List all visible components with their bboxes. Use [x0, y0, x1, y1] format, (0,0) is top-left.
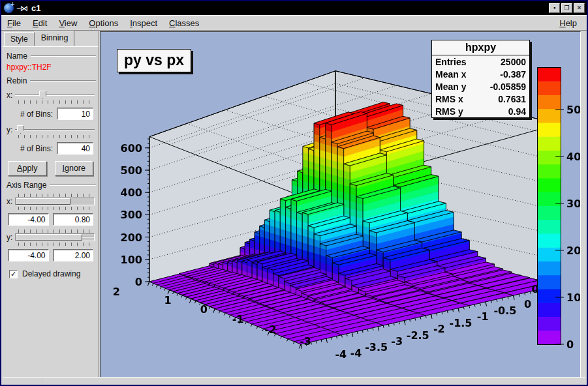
- title-bar[interactable]: −⋈ c1 ▪ ❐ ✕: [1, 1, 587, 15]
- menu-edit[interactable]: Edit: [27, 16, 53, 30]
- stats-title: hpxpy: [432, 40, 529, 55]
- histogram-name-value: hpxpy::TH2F: [7, 63, 95, 72]
- axis-x-range-slider[interactable]: [15, 198, 95, 205]
- tab-style[interactable]: Style: [4, 32, 35, 46]
- name-label: Name: [7, 52, 27, 61]
- stats-label: RMS x: [435, 94, 463, 104]
- axis-y-range-slider[interactable]: [15, 233, 95, 241]
- editor-tabs: Style Binning: [3, 31, 99, 47]
- rebin-section-header: Rebin: [7, 76, 96, 85]
- axis-x-label: x:: [7, 197, 12, 206]
- menu-bar: File Edit View Options Inspect Classes H…: [1, 15, 587, 31]
- stats-value: 0.94: [508, 106, 526, 117]
- status-strip: [3, 377, 585, 383]
- rebin-x-bins-input[interactable]: [57, 108, 93, 120]
- stats-label: Mean x: [435, 69, 466, 80]
- rebin-y-ruler: [18, 135, 95, 138]
- stats-value: -0.387: [500, 69, 526, 80]
- axis-x-max-input[interactable]: [53, 213, 94, 226]
- rebin-x-bins-label: # of Bins:: [20, 110, 53, 119]
- axis-y-max-input[interactable]: [53, 249, 94, 261]
- apply-button[interactable]: Apply: [8, 161, 47, 176]
- axis-y-min-input[interactable]: [8, 249, 49, 261]
- plot-title-box[interactable]: py vs px: [117, 49, 191, 72]
- rebin-x-slider[interactable]: [15, 91, 95, 100]
- axis-y-label: y:: [7, 233, 12, 242]
- stats-value: 0.7631: [498, 94, 526, 104]
- stats-value: -0.05859: [490, 82, 526, 92]
- stats-label: Entries: [435, 57, 466, 67]
- delayed-drawing-label: Delayed drawing: [22, 269, 80, 278]
- delayed-drawing-checkbox[interactable]: ✓: [9, 270, 18, 278]
- stats-value: 25000: [501, 57, 526, 67]
- minimize-button[interactable]: ▪: [549, 3, 560, 13]
- rebin-label: Rebin: [7, 76, 27, 85]
- maximize-button[interactable]: ❐: [561, 3, 572, 13]
- menu-classes[interactable]: Classes: [163, 16, 205, 30]
- rebin-y-label: y:: [7, 125, 12, 134]
- stats-label: RMS y: [435, 106, 463, 117]
- rebin-y-slider-thumb[interactable]: [17, 125, 24, 134]
- rebin-y-bins-label: # of Bins:: [20, 144, 53, 153]
- menu-help[interactable]: Help: [553, 16, 583, 30]
- rebin-y-bins-input[interactable]: [57, 142, 93, 155]
- menu-file[interactable]: File: [1, 16, 27, 30]
- root-canvas-window: −⋈ c1 ▪ ❐ ✕ File Edit View Options Inspe…: [0, 0, 588, 386]
- axis-x-ruler-bottom: [18, 207, 95, 210]
- pin-icon[interactable]: −⋈: [16, 4, 27, 13]
- rebin-x-label: x:: [7, 91, 12, 100]
- rebin-x-ruler: [18, 100, 95, 104]
- tab-binning[interactable]: Binning: [35, 31, 75, 46]
- menu-view[interactable]: View: [53, 16, 83, 30]
- axis-y-range-bar[interactable]: [16, 234, 82, 241]
- stats-label: Mean y: [435, 82, 466, 92]
- axis-range-section-header: Axis Range: [7, 181, 96, 190]
- stats-box[interactable]: hpxpy Entries25000 Mean x-0.387 Mean y-0…: [431, 40, 530, 118]
- menu-options[interactable]: Options: [83, 16, 124, 30]
- plot-area: py vs px hpxpy Entries25000 Mean x-0.387…: [100, 31, 581, 378]
- rebin-x-slider-thumb[interactable]: [39, 91, 46, 99]
- menu-inspect[interactable]: Inspect: [124, 16, 163, 30]
- axis-x-min-input[interactable]: [8, 213, 49, 226]
- axis-range-label: Axis Range: [7, 181, 46, 190]
- axis-y-ruler-bottom: [18, 243, 95, 246]
- window-title: c1: [31, 3, 40, 13]
- axis-x-range-bar[interactable]: [16, 198, 70, 205]
- close-button[interactable]: ✕: [574, 3, 585, 13]
- root-app-icon: [4, 3, 14, 13]
- editor-sidebar: Style Binning Name hpxpy::TH2F Rebin x: …: [3, 31, 99, 378]
- rebin-y-slider[interactable]: [15, 125, 95, 134]
- ignore-button[interactable]: Ignore: [55, 161, 94, 176]
- name-section-header: Name: [7, 52, 96, 61]
